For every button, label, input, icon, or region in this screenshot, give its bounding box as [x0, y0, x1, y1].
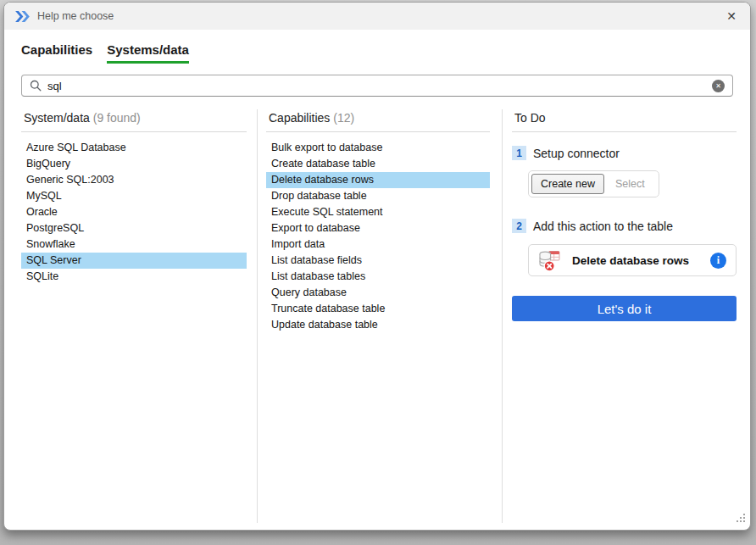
close-icon[interactable]: ✕ — [718, 4, 745, 28]
capabilities-list: Bulk export to databaseCreate database t… — [266, 140, 490, 333]
todo-column-header: To Do — [512, 109, 737, 125]
list-item[interactable]: MySQL — [21, 188, 247, 204]
list-item[interactable]: Azure SQL Database — [21, 140, 247, 156]
todo-column-title: To Do — [514, 111, 546, 125]
list-item[interactable]: Create database table — [266, 156, 490, 172]
list-item[interactable]: List database fields — [266, 253, 490, 269]
lets-do-it-button[interactable]: Let's do it — [512, 296, 737, 321]
results-columns: System/data (9 found) Azure SQL Database… — [4, 109, 750, 523]
list-item[interactable]: Bulk export to database — [266, 140, 490, 156]
list-item[interactable]: PostgreSQL — [21, 220, 247, 236]
step-2-number-badge: 2 — [512, 219, 526, 233]
list-item[interactable]: Query database — [266, 285, 490, 301]
capabilities-column-title: Capabilities — [269, 111, 330, 125]
list-item[interactable]: Delete database rows — [266, 172, 490, 188]
list-item[interactable]: BigQuery — [21, 156, 247, 172]
todo-column: To Do 1 Setup connector Create new Selec… — [503, 109, 750, 523]
divider — [21, 131, 247, 132]
info-icon[interactable]: i — [710, 253, 726, 269]
step-2-label: Add this action to the table — [533, 220, 673, 233]
list-item[interactable]: Oracle — [21, 204, 247, 220]
tab-systems-data[interactable]: Systems/data — [107, 42, 189, 64]
systems-column: System/data (9 found) Azure SQL Database… — [4, 109, 258, 523]
search-input[interactable] — [47, 80, 712, 92]
select-button[interactable]: Select — [604, 175, 656, 193]
help-me-choose-dialog: Help me choose ✕ Capabilities Systems/da… — [3, 2, 751, 531]
systems-count: (9 found) — [93, 111, 141, 125]
list-item[interactable]: Truncate database table — [266, 301, 490, 317]
systems-column-header: System/data (9 found) — [21, 109, 247, 125]
step-1-label: Setup connector — [533, 147, 620, 160]
list-item[interactable]: List database tables — [266, 269, 490, 285]
step-1: 1 Setup connector — [512, 146, 737, 160]
tab-capabilities[interactable]: Capabilities — [21, 42, 92, 64]
step-2: 2 Add this action to the table — [512, 219, 737, 233]
clear-search-icon[interactable]: ✕ — [712, 80, 725, 92]
divider — [512, 131, 737, 132]
create-new-button[interactable]: Create new — [531, 174, 604, 194]
connector-button-group: Create new Select — [528, 170, 659, 197]
window-title: Help me choose — [37, 10, 114, 22]
capabilities-count: (12) — [333, 111, 354, 125]
action-card-label: Delete database rows — [572, 254, 689, 267]
resize-grip-icon[interactable] — [736, 511, 746, 526]
capabilities-column-header: Capabilities (12) — [266, 109, 490, 125]
capabilities-column: Capabilities (12) Bulk export to databas… — [258, 109, 503, 523]
divider — [266, 131, 490, 132]
list-item[interactable]: Import data — [266, 236, 490, 253]
list-item[interactable]: Update database table — [266, 317, 490, 333]
tab-bar: Capabilities Systems/data — [4, 42, 750, 64]
title-bar: Help me choose ✕ — [4, 3, 750, 30]
list-item[interactable]: Snowflake — [21, 236, 247, 253]
action-card[interactable]: Delete database rows i — [528, 244, 737, 276]
app-logo-icon — [14, 11, 30, 22]
systems-list: Azure SQL DatabaseBigQueryGeneric SQL:20… — [21, 140, 247, 285]
delete-database-rows-icon — [538, 249, 561, 272]
list-item[interactable]: Generic SQL:2003 — [21, 172, 247, 188]
search-icon — [30, 80, 42, 92]
systems-column-title: System/data — [24, 111, 90, 125]
list-item[interactable]: SQL Server — [21, 253, 247, 269]
search-box[interactable]: ✕ — [21, 75, 733, 97]
list-item[interactable]: SQLite — [21, 269, 247, 285]
step-1-number-badge: 1 — [512, 146, 526, 160]
list-item[interactable]: Drop database table — [266, 188, 490, 204]
list-item[interactable]: Export to database — [266, 220, 490, 236]
dialog-content: Capabilities Systems/data ✕ System/data … — [4, 30, 750, 530]
list-item[interactable]: Execute SQL statement — [266, 204, 490, 220]
